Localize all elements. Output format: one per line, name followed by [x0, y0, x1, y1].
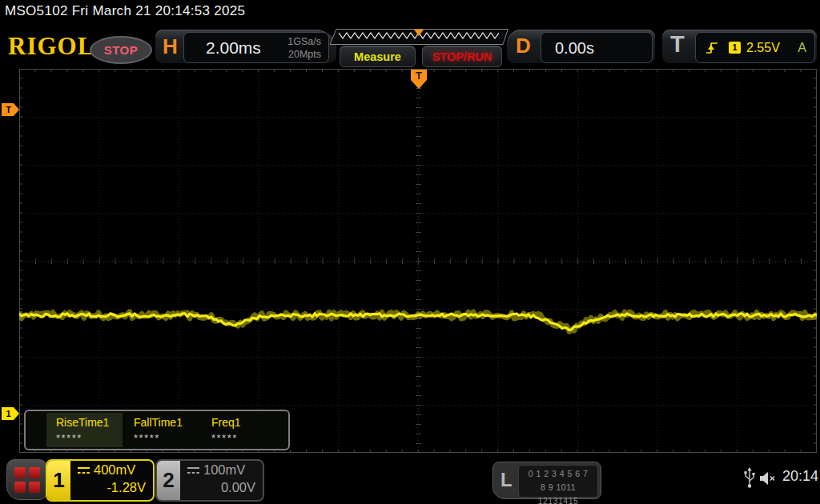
channel1-readout: 400mV -1.28V — [70, 461, 153, 500]
channel2-number: 2 — [157, 461, 180, 500]
logic-analyzer-block[interactable]: L 0 1 2 3 4 5 6 7 8 9 1011 12131415 — [492, 462, 601, 499]
acquisition-rates: 1GSa/s 20Mpts — [287, 35, 321, 62]
graticule-display — [19, 69, 817, 453]
trigger-level-marker[interactable]: T — [2, 103, 19, 116]
measurement-item[interactable]: FallTime1 ***** — [124, 413, 200, 447]
usb-icon — [743, 467, 756, 489]
run-state-badge[interactable]: STOP — [90, 36, 152, 64]
trigger-label: T — [670, 31, 685, 58]
dc-coupling-icon — [77, 466, 90, 475]
channel2-offset: 0.00V — [221, 480, 255, 495]
measurement-value: ***** — [56, 432, 82, 444]
trigger-readout: 1 2.55V A — [695, 32, 815, 63]
measurement-value: ***** — [134, 432, 160, 444]
measure-button-label: Measure — [354, 50, 401, 63]
channel1-offset: -1.28V — [107, 480, 146, 495]
logic-channels-row1: 0 1 2 3 4 5 6 7 — [519, 467, 597, 481]
channel2-readout: 100mV 0.00V — [180, 461, 263, 500]
horizontal-label: H — [163, 34, 178, 59]
system-title-datetime: MSO5102 Fri March 21 20:14:53 2025 — [5, 3, 245, 19]
menu-grid-icon — [14, 467, 40, 493]
logic-label: L — [500, 469, 512, 491]
delay-label: D — [516, 34, 531, 58]
measurement-label: Freq1 — [211, 416, 241, 429]
run-state-label: STOP — [104, 43, 139, 57]
speaker-mute-icon[interactable] — [758, 470, 779, 486]
horizontal-readout: 2.00ms 1GSa/s 20Mpts — [183, 32, 329, 63]
stop-run-button-label: STOP/RUN — [432, 50, 492, 63]
trigger-source-badge: 1 — [729, 42, 741, 54]
delay-readout: 0.00s — [541, 32, 653, 63]
timebase-value: 2.00ms — [206, 38, 261, 58]
trigger-marker-letter: T — [416, 70, 422, 82]
trigger-position-marker[interactable]: T — [410, 69, 428, 90]
trigger-level-value: 2.55V — [746, 41, 780, 55]
rising-edge-trigger-icon — [705, 39, 719, 57]
stop-run-button[interactable]: STOP/RUN — [422, 46, 502, 67]
trigger-settings-block[interactable]: T 1 2.55V A — [662, 30, 817, 64]
channel1-scale: 400mV — [94, 462, 135, 478]
channel2-block[interactable]: 2 100mV 0.00V — [155, 459, 264, 502]
measurement-label: RiseTime1 — [56, 416, 109, 429]
measure-button[interactable]: Measure — [340, 46, 416, 67]
clock: 20:14 — [782, 468, 818, 485]
channel1-block[interactable]: 1 400mV -1.28V — [46, 459, 155, 502]
measurement-results-overlay[interactable]: RiseTime1 ***** FallTime1 ***** Freq1 **… — [24, 410, 290, 450]
measurement-item[interactable]: Freq1 ***** — [202, 413, 278, 447]
channel1-ground-marker[interactable]: 1 — [2, 407, 19, 420]
measurement-item[interactable]: RiseTime1 ***** — [46, 413, 123, 447]
horizontal-settings-block[interactable]: H 2.00ms 1GSa/s 20Mpts — [155, 30, 336, 64]
dc-coupling-icon — [187, 466, 200, 475]
memory-depth: 20Mpts — [287, 48, 321, 61]
main-menu-button[interactable] — [6, 459, 47, 500]
channel1-number: 1 — [47, 461, 70, 500]
channel2-scale: 100mV — [203, 462, 245, 478]
logic-channel-list: 0 1 2 3 4 5 6 7 8 9 1011 12131415 — [518, 465, 598, 498]
oscilloscope-screen: { "titlebar": { "text": "MSO5102 Fri Mar… — [0, 0, 820, 504]
sample-rate: 1GSa/s — [287, 35, 321, 48]
delay-value: 0.00s — [555, 39, 594, 58]
measurement-label: FallTime1 — [134, 416, 183, 429]
measurement-value: ***** — [211, 432, 238, 444]
waveform-preview-strip[interactable] — [329, 29, 508, 45]
logic-channels-row2: 8 9 1011 12131415 — [519, 481, 597, 504]
delay-settings-block[interactable]: D 0.00s — [507, 30, 655, 64]
trigger-mode: A — [798, 41, 806, 55]
rigol-logo: RIGOL — [8, 32, 94, 61]
